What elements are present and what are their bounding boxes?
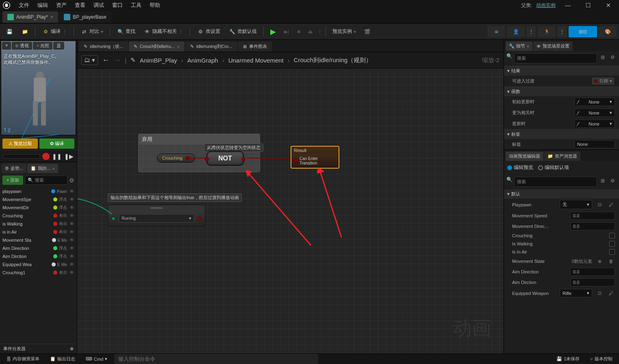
window-close[interactable]: ✕ — [600, 2, 617, 9]
enum-select[interactable]: Runing▾ — [119, 214, 194, 223]
preview-mode-select[interactable]: 预览实例▾ — [329, 26, 359, 37]
number-input[interactable]: 0.0 — [570, 212, 615, 220]
record-button[interactable] — [42, 153, 50, 160]
viewport[interactable]: ≡ ⊙ 透视 ○ 光照 显 正在预览AnimBP_Play_C。 此模式已禁用骨… — [1, 41, 76, 135]
close-icon[interactable]: × — [52, 166, 54, 171]
output-pin[interactable] — [198, 217, 202, 221]
clear-array-icon[interactable]: 🗑 — [607, 257, 615, 265]
variable-row[interactable]: Crouching 布尔 👁 — [0, 212, 77, 220]
unsaved-button[interactable]: 💾1未保存 — [553, 355, 583, 363]
select-input[interactable]: 无 ▾ — [560, 200, 592, 209]
tag-input[interactable]: None — [574, 140, 615, 148]
add-button[interactable]: + 添加 — [2, 176, 23, 185]
tab-my-blueprint[interactable]: 📋我的...× — [27, 164, 58, 173]
visibility-icon[interactable]: 👁 — [70, 221, 74, 227]
use-selected-icon[interactable]: ⊡ — [595, 201, 604, 209]
tab-details[interactable]: 🔧细节× — [506, 41, 532, 51]
tab-anim-preview[interactable]: 动画预览编辑器 — [506, 152, 543, 161]
menu-window[interactable]: 窗口 — [108, 0, 127, 11]
graph-tab[interactable]: ✎idle/runing（状... — [79, 41, 128, 52]
step-button[interactable]: ❚▶ — [64, 153, 74, 160]
timeline-scrub[interactable] — [3, 154, 40, 158]
menu-debug[interactable]: 调试 — [89, 0, 108, 11]
hide-unrelated-button[interactable]: 👁隐藏不相关⋮ — [140, 26, 187, 37]
section-tags[interactable]: ▾ 标签 — [504, 130, 619, 139]
visibility-icon[interactable]: 👁 — [70, 188, 74, 194]
eject-button[interactable]: ⏏ — [305, 27, 316, 36]
visibility-icon[interactable]: 👁 — [70, 237, 74, 243]
find-button[interactable]: 🔍查找 — [113, 26, 139, 37]
pin-link[interactable]: 引脚 ▾ — [591, 77, 615, 85]
preview-expired-button[interactable]: ⚠ 预览过期 — [2, 139, 38, 149]
close-icon[interactable]: × — [50, 14, 53, 20]
checkbox[interactable] — [609, 249, 615, 255]
visibility-icon[interactable]: 👁 — [70, 262, 74, 267]
edit-icon[interactable]: ✎ — [130, 56, 136, 64]
input-pin[interactable] — [294, 159, 298, 163]
preview-asset-button[interactable]: 🎬 — [361, 27, 374, 36]
section-functions[interactable]: ▾ 函数 — [504, 87, 619, 96]
variable-row[interactable]: Aim Direction 浮点 👁 — [0, 244, 77, 252]
enum-equality-node[interactable]: Runing▾ — [108, 205, 205, 226]
visibility-icon[interactable]: 👁 — [70, 205, 74, 210]
parent-class-link[interactable]: 动画实例 — [536, 2, 556, 9]
variable-search-input[interactable]: 🔍 搜索 — [25, 176, 67, 185]
mode-blueprint[interactable]: ⊞⊟ — [569, 26, 597, 37]
mode-mesh[interactable]: 👤 — [507, 26, 525, 37]
source-control-button[interactable]: ⑂版本控制 — [587, 355, 616, 363]
output-log-button[interactable]: 📋输出日志 — [47, 355, 78, 363]
graph-tab[interactable]: ✎idle/runing到Cro... — [185, 41, 237, 52]
diff-button[interactable]: ⇄对比▾ — [77, 26, 106, 37]
tab-pose[interactable]: ⚙姿势... — [2, 164, 26, 173]
window-maximize[interactable]: ☐ — [580, 2, 596, 9]
graph-canvas[interactable]: 弃用 从蹲伏状态转变为空闲状态 Crouching NOT Result Can… — [77, 69, 504, 353]
output-pin[interactable] — [241, 157, 245, 161]
grid-icon[interactable]: ⊞ — [599, 53, 607, 61]
browse-button[interactable]: 📁 — [18, 26, 32, 37]
mode-menu[interactable]: ⋮ — [526, 26, 536, 37]
variable-row[interactable]: Equipped Wea E We 👁 — [0, 260, 77, 269]
picker-icon[interactable]: 🖊 — [607, 289, 615, 297]
anim-search-input[interactable]: 搜索 — [514, 177, 597, 187]
breadcrumb-item[interactable]: Crouch到idle/runing（规则） — [294, 56, 372, 64]
breadcrumb-item[interactable]: AnimBP_Play — [140, 57, 177, 64]
func-select[interactable]: 𝑓 None ▾ — [574, 98, 615, 106]
use-selected-icon[interactable]: ⊡ — [595, 289, 604, 297]
visibility-icon[interactable]: 👁 — [70, 229, 74, 235]
play-button[interactable]: ▶ — [267, 26, 279, 38]
visibility-icon[interactable]: 👁 — [70, 254, 74, 259]
tab-asset-browser[interactable]: 📁资产浏览器 — [544, 152, 580, 161]
file-tab-animbp[interactable]: AnimBP_Play* × — [2, 11, 58, 23]
variable-row[interactable]: Movement Sta E Mo 👁 — [0, 236, 77, 244]
stop-button[interactable]: ■ — [294, 27, 303, 36]
console-input[interactable] — [115, 354, 318, 364]
section-result[interactable]: ▾ 结果 — [504, 66, 619, 76]
variable-row[interactable]: is Walking 布尔 👁 — [0, 220, 77, 228]
mode-animation[interactable]: 🏃 — [538, 26, 556, 37]
event-dispatcher-section[interactable]: 事件分发器 ⊕ — [0, 344, 77, 353]
viewport-menu[interactable]: ≡ — [2, 42, 11, 50]
menu-edit[interactable]: 编辑 — [33, 0, 52, 11]
section-default[interactable]: ▾ 默认 — [504, 189, 619, 199]
viewport-show[interactable]: 显 — [53, 42, 64, 50]
settings-icon[interactable]: ⚙ — [69, 177, 74, 184]
content-drawer-button[interactable]: 🗄内容侧滑菜单 — [3, 355, 43, 363]
menu-file[interactable]: 文件 — [15, 0, 33, 11]
variable-row[interactable]: playpawn Pawn 👁 — [0, 187, 77, 195]
settings-icon[interactable]: ⚙ — [608, 177, 617, 185]
skip-button[interactable]: ▶| — [281, 27, 292, 36]
variable-row[interactable]: Crouching1 布尔 👁 — [0, 269, 77, 277]
breadcrumb-item[interactable]: Unarmed Movement — [228, 57, 284, 64]
viewport-perspective[interactable]: ⊙ 透视 — [12, 42, 32, 50]
save-button[interactable]: 💾 — [2, 26, 16, 37]
menu-asset[interactable]: 资产 — [52, 0, 71, 11]
mode-skeleton[interactable]: ☠ — [487, 26, 505, 37]
variable-row[interactable]: Aim Dirction 浮点 👁 — [0, 252, 77, 260]
variable-row[interactable]: is in Air 布尔 👁 — [0, 228, 77, 236]
breadcrumb-item[interactable]: AnimGraph — [187, 57, 218, 64]
add-element-icon[interactable]: ⊕ — [595, 257, 604, 265]
number-input[interactable]: 0.0 — [570, 278, 615, 286]
grid-icon[interactable]: ⊞ — [599, 177, 607, 185]
visibility-icon[interactable]: 👁 — [70, 245, 74, 251]
class-defaults-button[interactable]: 🔧类默认值 — [225, 26, 260, 37]
